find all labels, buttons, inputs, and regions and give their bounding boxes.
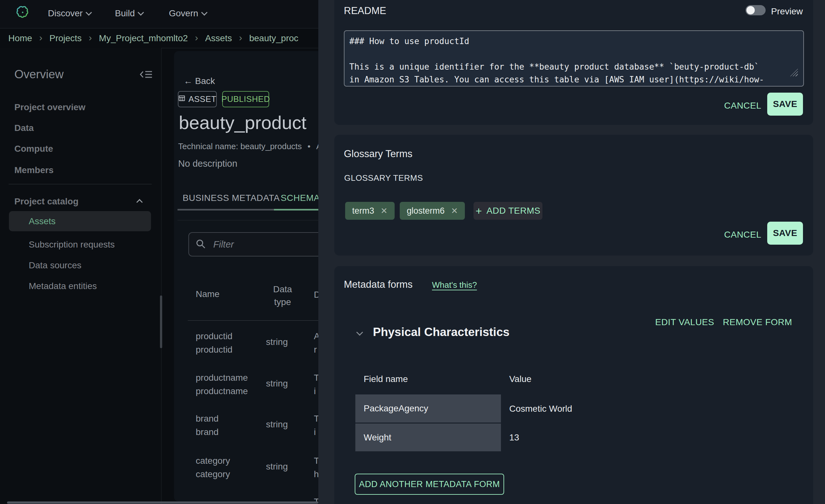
back-arrow-icon: ← (183, 76, 193, 86)
field-name-cell: Weight (355, 424, 501, 451)
sidebar-item-project-overview[interactable]: Project overview (14, 102, 86, 113)
asset-detail-panel: ← Back ASSET PUBLISHED beauty_product Te… (174, 51, 318, 501)
breadcrumb-separator: › (39, 32, 43, 43)
breadcrumb-current-asset[interactable]: beauty_proc (249, 33, 298, 44)
field-name-cell: PackageAgency (355, 394, 501, 423)
collapse-sidebar-icon[interactable] (140, 69, 153, 81)
readme-card: README Preview ### How to use productId … (334, 0, 813, 125)
column-header-data-type: Data type (267, 283, 299, 308)
sidebar-item-compute[interactable]: Compute (14, 144, 53, 154)
breadcrumb-project-name[interactable]: My_Project_mhomlto2 (99, 33, 188, 44)
nav-menu-build[interactable]: Build (115, 8, 143, 18)
breadcrumb-separator: › (239, 32, 242, 43)
back-button[interactable]: ← Back (183, 76, 215, 86)
technical-name: Technical name: beauty_products • A (178, 142, 318, 151)
readme-editor[interactable]: ### How to use productId This is a uniqu… (344, 30, 804, 86)
glossary-card: Glossary Terms GLOSSARY TERMS term3 ✕ gl… (334, 135, 813, 256)
remove-term-icon[interactable]: ✕ (381, 207, 388, 215)
sidebar-item-assets-label: Assets (29, 216, 56, 226)
sidebar-item-data[interactable]: Data (14, 123, 34, 133)
chevron-down-icon[interactable] (356, 329, 363, 336)
glossary-term-chip: term3 ✕ (345, 202, 395, 220)
glossary-cancel-button[interactable]: CANCEL (724, 230, 761, 240)
preview-toggle[interactable] (746, 5, 766, 15)
filter-placeholder: Filter (213, 239, 234, 250)
metadata-forms-card: Metadata forms What's this? EDIT VALUES … (334, 266, 813, 504)
form-title: Physical Characteristics (373, 326, 510, 339)
tab-schema[interactable]: SCHEMA (281, 193, 318, 203)
sidebar-item-metadata-entities[interactable]: Metadata entities (29, 281, 97, 291)
sidebar-item-members[interactable]: Members (14, 165, 54, 175)
chevron-down-icon (86, 9, 92, 16)
glossary-title: Glossary Terms (344, 148, 412, 160)
readme-title: README (344, 5, 386, 17)
breadcrumb: Home › Projects › My_Project_mhomlto2 › … (0, 28, 326, 48)
sidebar-scrollbar[interactable] (160, 295, 162, 348)
horizontal-scrollbar[interactable] (7, 501, 318, 504)
app-window: Discover Build Govern Home › Projects › … (0, 0, 825, 504)
edit-values-button[interactable]: EDIT VALUES (655, 317, 714, 328)
tab-business-metadata[interactable]: BUSINESS METADATA (182, 193, 280, 203)
asset-type-badge: ASSET (178, 91, 217, 107)
metadata-forms-title: Metadata forms (344, 279, 412, 290)
glossary-save-button[interactable]: SAVE (767, 222, 803, 245)
sidebar-item-data-sources[interactable]: Data sources (29, 260, 81, 271)
chevron-down-icon (138, 9, 144, 16)
sidebar-section-project-catalog[interactable]: Project catalog (14, 197, 79, 207)
app-logo-icon[interactable] (14, 5, 31, 23)
field-value: 13 (509, 432, 519, 443)
tab-underline-active (274, 209, 318, 211)
breadcrumb-assets[interactable]: Assets (205, 33, 232, 44)
readme-cancel-button[interactable]: CANCEL (724, 100, 761, 111)
readme-save-button[interactable]: SAVE (767, 93, 803, 116)
breadcrumb-home[interactable]: Home (8, 33, 32, 44)
preview-label: Preview (771, 6, 803, 17)
breadcrumb-separator: › (195, 32, 198, 43)
add-terms-button[interactable]: + ADD TERMS (473, 202, 542, 220)
breadcrumb-projects[interactable]: Projects (50, 33, 82, 44)
column-header-name: Name (196, 289, 220, 299)
search-icon (195, 238, 206, 251)
glossary-field-label: GLOSSARY TERMS (344, 173, 423, 183)
schema-section-divider (177, 220, 318, 220)
breadcrumb-separator: › (89, 32, 92, 43)
value-header: Value (509, 374, 532, 384)
schema-filter-input[interactable]: Filter (189, 232, 318, 257)
sidebar-title: Overview (14, 68, 64, 81)
field-name-header: Field name (364, 374, 408, 384)
sidebar-item-assets[interactable]: Assets (9, 211, 151, 231)
toggle-knob (746, 6, 755, 14)
column-header-description: D (314, 290, 318, 300)
add-another-metadata-form-button[interactable]: ADD ANOTHER METADATA FORM (355, 474, 504, 495)
plus-icon: + (475, 205, 482, 216)
table-icon (178, 94, 185, 104)
asset-description: No description (178, 158, 237, 169)
status-badge: PUBLISHED (222, 91, 269, 107)
remove-term-icon[interactable]: ✕ (451, 207, 458, 215)
bullet-separator: • (307, 142, 310, 151)
glossary-term-chip: glosterm6 ✕ (400, 202, 465, 220)
sidebar-divider (9, 184, 152, 184)
nav-menu-govern[interactable]: Govern (169, 8, 207, 18)
table-header-divider (188, 320, 318, 321)
remove-form-button[interactable]: REMOVE FORM (723, 317, 792, 328)
whats-this-link[interactable]: What's this? (432, 280, 477, 290)
chevron-up-icon[interactable] (136, 199, 143, 205)
asset-title: beauty_product (179, 112, 318, 133)
chevron-down-icon (201, 9, 208, 16)
sidebar: Overview Project overview Data Compute M… (0, 48, 162, 504)
tab-underline-inactive (177, 209, 274, 211)
nav-menu-discover[interactable]: Discover (48, 8, 91, 18)
sidebar-item-subscription-requests[interactable]: Subscription requests (29, 239, 115, 250)
field-value: Cosmetic World (509, 404, 572, 414)
